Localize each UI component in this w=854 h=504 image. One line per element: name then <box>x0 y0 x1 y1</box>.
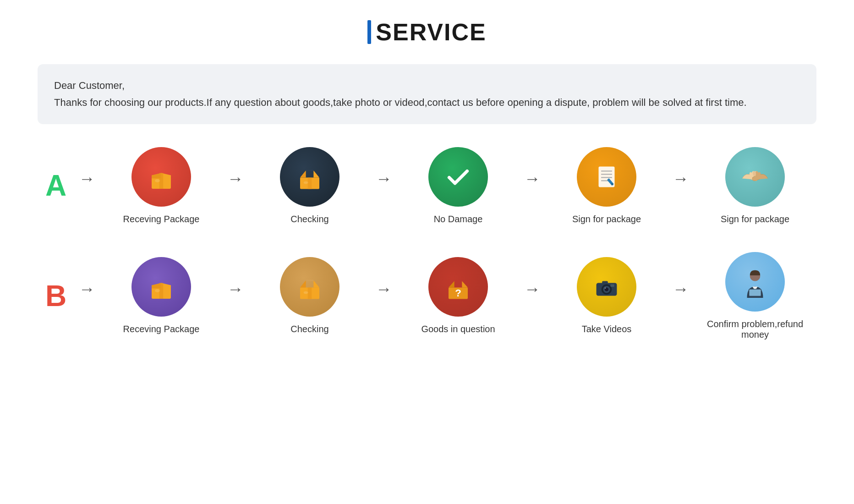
arrow-a2: → <box>376 169 392 202</box>
letter-b: B <box>38 279 74 313</box>
svg-rect-32 <box>306 280 314 281</box>
arrow-a1: → <box>227 169 244 202</box>
arrow-b0: → <box>79 279 95 312</box>
svg-marker-7 <box>313 170 319 177</box>
svg-point-10 <box>304 181 308 184</box>
step-b4-icon <box>577 257 636 317</box>
step-a5-icon <box>725 147 785 207</box>
step-b1: Receving Package <box>100 257 223 334</box>
step-a5-label: Sign for package <box>721 214 789 225</box>
step-b1-label: Receving Package <box>123 324 200 334</box>
step-a3-icon <box>428 147 488 207</box>
flow-section-b: B → Receving Package → <box>38 252 816 340</box>
svg-rect-44 <box>602 281 608 284</box>
svg-point-43 <box>605 288 606 289</box>
svg-rect-48 <box>749 290 761 296</box>
arrow-b2: → <box>376 279 392 312</box>
step-b4: Take Videos <box>545 257 668 334</box>
step-a2: Checking <box>248 147 371 225</box>
svg-text:?: ? <box>455 287 461 299</box>
flow-row-b: B → Receving Package → <box>38 252 816 340</box>
step-b3-label: Goods in question <box>421 324 495 334</box>
step-a4-label: Sign for package <box>572 214 641 225</box>
svg-rect-33 <box>308 288 312 299</box>
arrow-b4: → <box>673 279 689 312</box>
step-b5-label: Confirm problem,refund money <box>694 319 816 340</box>
step-a4-icon <box>577 147 636 207</box>
page-title-section: SERVICE <box>367 18 486 46</box>
title-accent-bar <box>367 20 371 44</box>
svg-point-28 <box>155 289 160 292</box>
step-a5: Sign for package <box>694 147 816 225</box>
arrow-a0: → <box>79 169 95 202</box>
flow-row-a: A → Receving Package → <box>38 147 816 225</box>
notice-line2: Thanks for choosing our products.If any … <box>54 94 800 111</box>
step-b2-icon <box>280 257 339 317</box>
arrow-b1: → <box>227 279 244 312</box>
step-a1-label: Receving Package <box>123 214 200 225</box>
svg-point-4 <box>155 179 160 182</box>
step-b5-icon <box>725 252 785 312</box>
step-a3-label: No Damage <box>434 214 483 225</box>
svg-rect-8 <box>306 170 314 171</box>
step-a2-label: Checking <box>290 214 328 225</box>
step-a4: Sign for package <box>545 147 668 225</box>
letter-a: A <box>38 169 74 203</box>
step-a3: No Damage <box>397 147 520 225</box>
svg-marker-36 <box>449 281 454 288</box>
step-a1-icon <box>131 147 191 207</box>
step-b2-label: Checking <box>290 324 328 334</box>
svg-rect-9 <box>308 177 312 189</box>
notice-line1: Dear Customer, <box>54 77 800 94</box>
svg-point-34 <box>304 291 308 294</box>
step-b5: Confirm problem,refund money <box>694 252 816 340</box>
step-b1-icon <box>131 257 191 317</box>
step-a2-icon <box>280 147 339 207</box>
page-title: SERVICE <box>376 18 486 46</box>
step-b2: Checking <box>248 257 371 334</box>
svg-marker-6 <box>300 170 306 177</box>
arrow-a3: → <box>524 169 541 202</box>
arrow-b3: → <box>524 279 541 312</box>
svg-marker-30 <box>300 280 306 287</box>
notice-box: Dear Customer, Thanks for choosing our p… <box>38 64 816 124</box>
step-b3: ? Goods in question <box>397 257 520 334</box>
svg-rect-45 <box>610 285 614 287</box>
step-b4-label: Take Videos <box>582 324 632 334</box>
step-a1: Receving Package <box>100 147 223 225</box>
step-b3-icon: ? <box>428 257 488 317</box>
arrow-a4: → <box>673 169 689 202</box>
svg-marker-31 <box>313 280 319 287</box>
flow-section-a: A → Receving Package → <box>38 147 816 225</box>
svg-marker-37 <box>462 281 468 288</box>
